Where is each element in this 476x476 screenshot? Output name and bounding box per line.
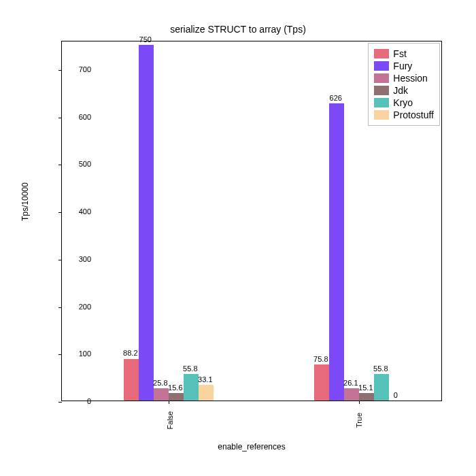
legend-label: Jdk [393,85,408,96]
bar [374,374,389,401]
bar-value-label: 0 [394,391,398,399]
legend-item: Kryo [374,97,434,109]
legend-item: Hession [374,72,434,84]
bar [344,388,359,401]
legend-swatch [374,61,389,71]
bar [314,364,329,401]
legend-label: Fury [393,61,412,71]
legend-swatch [374,110,389,120]
legend-item: Protostuff [374,109,434,121]
bar-value-label: 55.8 [183,364,197,373]
bar-value-label: 33.1 [198,375,212,384]
bar-value-label: 25.8 [153,379,167,387]
bar-value-label: 55.8 [373,364,388,373]
legend-swatch [374,73,389,83]
bar-value-label: 88.2 [123,349,137,357]
x-axis-label: enable_references [61,442,442,452]
bar [184,374,199,401]
bar-value-label: 15.6 [168,384,182,392]
chart-title: serialize STRUCT to array (Tps) [0,24,476,35]
bar [359,393,374,401]
bar-value-label: 750 [139,35,152,44]
bar [169,393,184,401]
legend-label: Kryo [393,97,413,108]
legend-label: Fst [393,48,406,59]
legend-label: Protostuff [393,109,434,120]
legend-swatch [374,49,389,58]
legend-swatch [374,86,389,95]
bar [154,388,169,401]
legend-label: Hession [393,73,428,84]
y-axis-label: Tps/10000 [20,182,30,221]
x-tick-label: True [355,413,363,428]
bar [329,103,344,401]
legend-item: Fst [374,48,434,60]
bar-value-label: 75.8 [313,355,328,363]
legend-item: Fury [374,60,434,72]
x-tick-label: False [166,411,174,430]
bar [124,359,139,401]
legend: FstFuryHessionJdkKryoProtostuff [368,43,440,126]
chart-container: FstFuryHessionJdkKryoProtostuff [61,41,442,401]
legend-item: Jdk [374,84,434,97]
bar-value-label: 15.1 [358,384,373,392]
bar [139,45,154,401]
bar-value-label: 26.1 [343,379,358,387]
bar-value-label: 626 [330,94,342,102]
plot-area: FstFuryHessionJdkKryoProtostuff [61,41,442,401]
bar [199,385,214,401]
legend-swatch [374,98,389,107]
